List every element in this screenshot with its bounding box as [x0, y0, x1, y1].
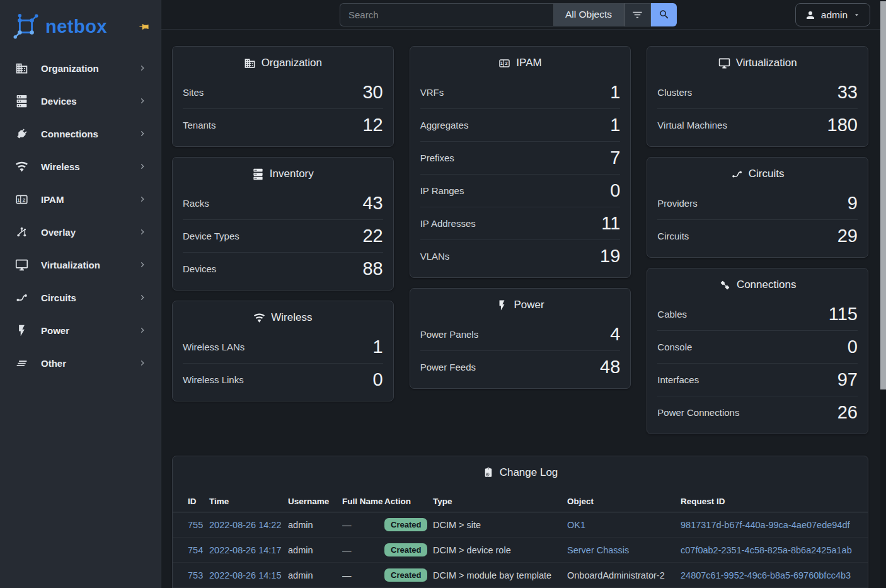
search-group: All Objects	[340, 3, 677, 26]
cell-object: OnboardAdministrator-2	[567, 563, 681, 588]
sidebar-item-label: Connections	[41, 129, 98, 139]
changelog-title: Change Log	[173, 456, 868, 485]
chevron-right-icon	[138, 96, 147, 105]
stat-value: 0	[373, 371, 383, 389]
changelog-col-username: Username	[288, 492, 342, 512]
cell-id-link[interactable]: 754	[188, 545, 203, 555]
stat-ip-addresses[interactable]: IP Addresses 11	[420, 207, 621, 239]
stat-console[interactable]: Console 0	[657, 330, 858, 363]
sidebar-item-organization[interactable]: Organization	[0, 55, 161, 81]
sidebar-item-overlay[interactable]: Overlay	[0, 219, 161, 245]
stat-devices[interactable]: Devices 88	[183, 252, 383, 285]
sidebar-item-other[interactable]: Other	[0, 350, 161, 376]
dashboard-column: 12 IPAM VRFs 1 Aggregates 1 Prefixes 7 I…	[410, 46, 631, 389]
stat-virtual-machines[interactable]: Virtual Machines 180	[657, 108, 858, 141]
page-scrollbar[interactable]	[880, 0, 886, 588]
brand-name[interactable]: netbox	[45, 16, 107, 37]
counter-icon: 12	[498, 57, 510, 69]
cell-time-link[interactable]: 2022-08-26 14:15	[209, 570, 282, 580]
filter-button[interactable]	[624, 3, 651, 26]
sidebar-item-label: Other	[41, 358, 66, 369]
cell-time-link[interactable]: 2022-08-26 14:17	[209, 545, 282, 555]
chevron-right-icon	[138, 293, 147, 302]
stat-clusters[interactable]: Clusters 33	[657, 76, 858, 108]
search-scope-button[interactable]: All Objects	[553, 3, 624, 26]
search-input[interactable]	[340, 3, 553, 26]
stat-list: VRFs 1 Aggregates 1 Prefixes 7 IP Ranges…	[410, 76, 631, 277]
stat-power-panels[interactable]: Power Panels 4	[420, 318, 621, 350]
stat-aggregates[interactable]: Aggregates 1	[420, 108, 621, 141]
stat-sites[interactable]: Sites 30	[183, 76, 383, 108]
stat-list: Providers 9 Circuits 29	[647, 187, 868, 257]
user-menu-button[interactable]: admin	[795, 3, 870, 26]
stat-value: 9	[848, 194, 858, 212]
svg-text:1: 1	[500, 61, 503, 66]
cell-id-link[interactable]: 753	[188, 570, 203, 580]
stat-cables[interactable]: Cables 115	[657, 297, 858, 330]
sidebar-item-devices[interactable]: Devices	[0, 88, 161, 113]
stat-power-connections[interactable]: Power Connections 26	[657, 396, 858, 429]
netbox-logo-icon[interactable]	[11, 12, 40, 41]
stat-value: 19	[600, 247, 620, 265]
sidebar-item-power[interactable]: Power	[0, 318, 161, 343]
stat-ip-ranges[interactable]: IP Ranges 0	[420, 174, 621, 207]
cell-request-id-link[interactable]: c07f0ab2-2351-4c58-825a-8b6a2425a1ab	[681, 545, 852, 555]
cell-time-link[interactable]: 2022-08-26 14:22	[209, 520, 282, 530]
stat-list: Clusters 33 Virtual Machines 180	[647, 76, 868, 146]
counter-icon: 12	[15, 193, 28, 206]
brand-row: netbox	[0, 0, 161, 48]
stat-value: 180	[827, 116, 858, 134]
dashboard-column: Organization Sites 30 Tenants 12 Invento…	[172, 46, 394, 401]
stat-value: 33	[837, 83, 858, 101]
stat-wireless-links[interactable]: Wireless Links 0	[183, 363, 383, 396]
topbar: All Objects admin	[161, 0, 880, 30]
stat-value: 4	[610, 325, 620, 343]
stat-value: 0	[848, 338, 858, 356]
stat-racks[interactable]: Racks 43	[183, 187, 383, 219]
cell-request-id: 24807c61-9952-49c6-b8a5-69760bfcc4b3	[681, 563, 868, 588]
sidebar-item-label: IPAM	[41, 194, 64, 205]
stat-prefixes[interactable]: Prefixes 7	[420, 141, 621, 174]
stat-interfaces[interactable]: Interfaces 97	[657, 363, 858, 396]
chevron-right-icon	[138, 326, 147, 335]
stat-label: Racks	[183, 198, 209, 209]
cell-object: Server Chassis	[567, 538, 681, 563]
sidebar-nav: Organization Devices Connections Wireles…	[0, 55, 161, 376]
sidebar: netbox Organization Devices Connections …	[0, 0, 161, 588]
cell-request-id-link[interactable]: 24807c61-9952-49c6-b8a5-69760bfcc4b3	[681, 570, 851, 580]
stat-tenants[interactable]: Tenants 12	[183, 108, 383, 141]
graph-icon	[15, 226, 28, 239]
sidebar-item-virtualization[interactable]: Virtualization	[0, 252, 161, 277]
stat-label: Wireless Links	[183, 374, 244, 385]
created-badge: Created	[384, 543, 427, 556]
chevron-right-icon	[138, 359, 147, 367]
cell-object-link[interactable]: Server Chassis	[567, 545, 629, 555]
stat-vrfs[interactable]: VRFs 1	[420, 76, 621, 108]
sidebar-item-connections[interactable]: Connections	[0, 121, 161, 146]
bolt-icon	[15, 324, 28, 337]
cell-request-id-link[interactable]: 9817317d-b67f-440a-99ca-4ae07ede94df	[681, 520, 849, 530]
stat-power-feeds[interactable]: Power Feeds 48	[420, 350, 621, 383]
scrollbar-thumb[interactable]	[880, 1, 886, 389]
cell-object-link[interactable]: OK1	[567, 520, 585, 530]
pin-icon[interactable]	[139, 21, 149, 32]
stat-circuits[interactable]: Circuits 29	[657, 219, 858, 252]
stat-label: Console	[657, 342, 692, 352]
sidebar-item-circuits[interactable]: Circuits	[0, 285, 161, 310]
card-circuits: Circuits Providers 9 Circuits 29	[647, 157, 868, 258]
search-button[interactable]	[651, 3, 677, 26]
stat-vlans[interactable]: VLANs 19	[420, 239, 621, 272]
cell-id-link[interactable]: 755	[188, 520, 203, 530]
sidebar-item-ipam[interactable]: 12 IPAM	[0, 187, 161, 212]
changelog-row: 753 2022-08-26 14:15 admin — Created DCI…	[173, 563, 868, 588]
stat-wireless-lans[interactable]: Wireless LANs 1	[183, 330, 383, 363]
stat-providers[interactable]: Providers 9	[657, 187, 858, 219]
card-ipam: 12 IPAM VRFs 1 Aggregates 1 Prefixes 7 I…	[410, 46, 631, 278]
cell-type: DCIM > module bay template	[433, 563, 567, 588]
stat-value: 88	[362, 260, 383, 278]
sidebar-item-wireless[interactable]: Wireless	[0, 154, 161, 179]
server-icon	[15, 95, 28, 108]
stat-device-types[interactable]: Device Types 22	[183, 219, 383, 252]
card-connections: Connections Cables 115 Console 0 Interfa…	[647, 268, 868, 434]
stat-value: 26	[837, 403, 858, 422]
